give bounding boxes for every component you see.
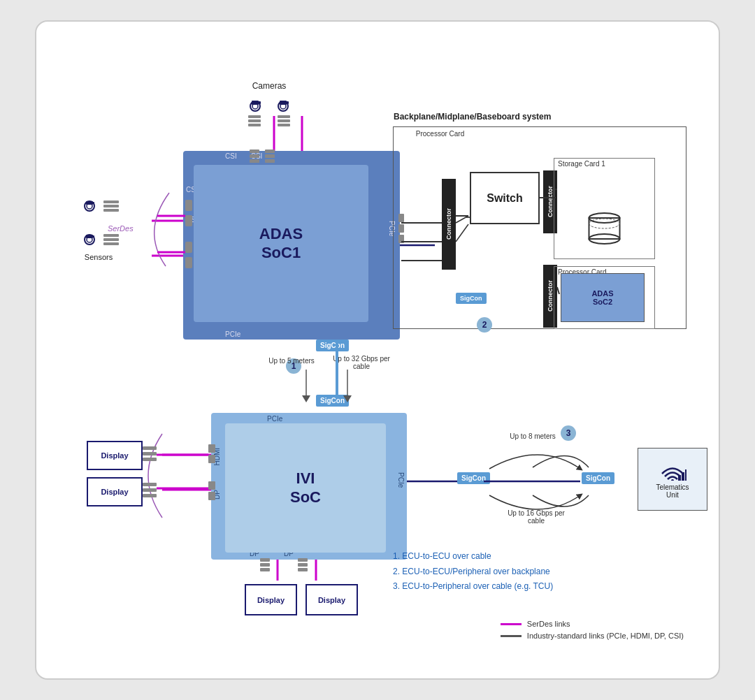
list-item-1: 1. ECU-to-ECU over cable	[393, 549, 553, 564]
csi-top-1: CSI	[225, 152, 237, 160]
annotation-5m: Up to 5 meters	[267, 357, 316, 365]
camera-connector-1	[248, 115, 261, 126]
sigcon-top: SigCon	[316, 340, 349, 351]
port-2	[185, 215, 192, 226]
display-connector-2	[143, 483, 157, 497]
legend: SerDes links Industry-standard links (PC…	[501, 620, 684, 643]
annotation-32gbps: Up to 32 Gbps per cable	[330, 355, 393, 370]
camera-connector-2	[278, 115, 290, 126]
switch-box: Switch	[470, 172, 540, 224]
legend-industry-line	[501, 635, 522, 637]
ivi-bottom-ports	[260, 558, 308, 571]
list-item-2: 2. ECU-to-ECU/Peripheral over backplane	[393, 564, 553, 580]
svg-rect-38	[685, 469, 686, 481]
backplane-label: Backplane/Midplane/Baseboard system	[394, 112, 551, 122]
display-4: Display	[305, 584, 358, 615]
top-port-5	[265, 154, 275, 158]
top-port-1	[250, 150, 259, 153]
main-card: SerDes SerDes Cameras	[35, 20, 720, 680]
adas-soc1-title: ADAS SoC1	[259, 225, 303, 262]
sigcon-adas-left: SigCon	[456, 293, 487, 304]
ivi-left-ports-top	[208, 444, 215, 463]
annotation-8m: Up to 8 meters	[505, 432, 561, 440]
svg-rect-30	[92, 235, 94, 238]
legend-serdes-line	[501, 623, 522, 625]
adas-left-ports	[185, 200, 192, 226]
display-3: Display	[245, 584, 297, 615]
port-4	[185, 257, 192, 268]
legend-industry-label: Industry-standard links (PCIe, HDMI, DP,…	[527, 632, 684, 640]
legend-serdes-label: SerDes links	[527, 620, 570, 628]
adas-left-ports-2	[185, 242, 192, 268]
svg-rect-37	[682, 472, 684, 481]
sensor-icon-1	[78, 196, 101, 216]
svg-rect-22	[285, 101, 289, 104]
storage-card-box: Storage Card 1	[554, 158, 655, 259]
switch-label: Switch	[487, 192, 523, 205]
legend-serdes-item: SerDes links	[501, 620, 684, 628]
proc-card-1-label: Processor Card	[400, 130, 480, 138]
ivi-left-ports-bot	[208, 481, 215, 500]
adas-soc2-box: ADAS SoC2	[561, 273, 645, 322]
port-1	[185, 200, 192, 211]
svg-rect-18	[257, 101, 261, 104]
display-connector-1	[143, 446, 157, 461]
svg-rect-26	[92, 202, 94, 204]
annotation-16gbps: Up to 16 Gbps per cable	[505, 509, 568, 525]
circle-2: 2	[477, 317, 492, 333]
telematics-box: Telematics Unit	[638, 448, 707, 511]
top-port-6	[265, 159, 275, 163]
numbered-list: 1. ECU-to-ECU over cable 2. ECU-to-ECU/P…	[393, 549, 553, 595]
circle-3: 3	[561, 425, 576, 441]
legend-industry-item: Industry-standard links (PCIe, HDMI, DP,…	[501, 632, 684, 640]
storage-card-label: Storage Card 1	[558, 160, 605, 168]
adas-top-ports	[250, 150, 275, 163]
display-1: Display	[87, 441, 143, 470]
sensor-connector-2	[103, 234, 119, 245]
top-port-2	[250, 154, 259, 158]
ivi-pcie-right: PCIe	[397, 472, 405, 488]
svg-point-35	[671, 479, 674, 481]
svg-rect-36	[678, 475, 681, 481]
storage-icon	[585, 210, 624, 248]
top-port-4	[265, 150, 275, 153]
sigcon-ivi-left: SigCon	[457, 472, 490, 484]
connector-1: Connector	[442, 179, 456, 270]
telematics-label: Telematics Unit	[656, 483, 689, 499]
display-2: Display	[87, 477, 143, 506]
sigcon-telematics: SigCon	[582, 472, 614, 484]
pcie-bottom-label: PCIe	[225, 330, 240, 338]
sensor-icon-2	[78, 230, 101, 249]
diagram: SerDes SerDes Cameras	[57, 43, 698, 657]
sensor-connector-1	[103, 200, 119, 212]
ivi-pcie-top: PCIe	[267, 415, 282, 423]
cameras-label: Cameras	[245, 81, 294, 91]
port-3	[185, 242, 192, 253]
camera-icon-2	[273, 94, 294, 113]
ivi-soc-title: IVI SoC	[290, 469, 321, 506]
list-item-3: 3. ECU-to-Peripheral over cable (e.g. TC…	[393, 579, 553, 595]
adas-soc1-inner: ADAS SoC1	[194, 165, 368, 322]
svg-marker-51	[302, 395, 310, 402]
sensors-label: Sensors	[78, 253, 119, 261]
sensors-group: Sensors	[78, 196, 119, 261]
sigcon-middle: SigCon	[316, 395, 349, 407]
wifi-icon	[659, 460, 686, 481]
cameras-group: Cameras	[245, 81, 294, 126]
adas-soc2-label: ADAS SoC2	[591, 289, 613, 306]
ivi-inner: IVI SoC	[225, 423, 386, 553]
top-port-3	[250, 159, 259, 163]
camera-icon-1	[245, 94, 266, 113]
